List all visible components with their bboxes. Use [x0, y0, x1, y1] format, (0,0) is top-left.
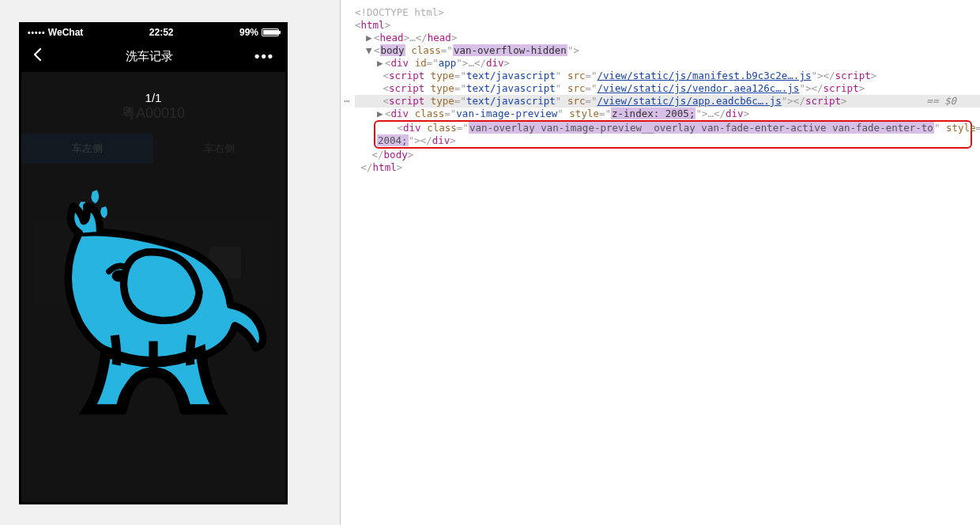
image-preview[interactable] — [21, 167, 285, 436]
chevron-left-icon — [32, 47, 43, 62]
elephant-logo-image — [35, 177, 272, 425]
dom-node-body-close[interactable]: </body> — [355, 149, 980, 161]
image-preview-counter: 1/1 — [21, 91, 285, 104]
tab-left-side[interactable]: 车左侧 — [21, 134, 153, 164]
elements-panel[interactable]: <!DOCTYPE html> <html> ▶<head>…</head> ▼… — [341, 0, 980, 525]
nav-bar: 洗车记录 ••• — [21, 40, 285, 72]
status-battery: 99% — [239, 27, 279, 38]
status-carrier: WeChat — [28, 27, 83, 38]
dom-node-overlay[interactable]: <div class="van-overlay van-image-previe… — [377, 122, 969, 134]
dom-doctype[interactable]: <!DOCTYPE html> — [355, 6, 980, 19]
dom-node-image-preview[interactable]: ▶<div class="van-image-preview" style="z… — [355, 108, 980, 120]
more-icon: ••• — [254, 48, 274, 64]
dom-node-app[interactable]: ▶<div id="app">…</div> — [355, 57, 980, 70]
dom-node-head[interactable]: ▶<head>…</head> — [355, 32, 980, 44]
highlighted-dom-node-box: <div class="van-overlay van-image-previe… — [374, 120, 972, 149]
status-bar: WeChat 22:52 99% — [21, 25, 285, 40]
dom-node-script-1[interactable]: <script type="text/javascript" src="/vie… — [355, 70, 980, 82]
battery-icon — [262, 28, 279, 36]
phone-body: 粤A00010 车左侧 车右侧 1/1 — [21, 72, 285, 502]
back-button[interactable] — [32, 47, 43, 65]
dom-node-html-open[interactable]: <html> — [355, 19, 980, 32]
phone-emulator-pane: WeChat 22:52 99% 洗车记录 ••• — [0, 0, 340, 525]
selected-node-indicator: == $0 — [926, 95, 956, 108]
dom-node-overlay-cont[interactable]: 2004;"></div> — [377, 134, 969, 147]
page-title: 洗车记录 — [126, 49, 173, 64]
dom-node-html-close[interactable]: </html> — [355, 161, 980, 174]
status-time: 22:52 — [149, 27, 174, 38]
dom-node-body-open[interactable]: ▼<body class="van-overflow-hidden"> — [355, 44, 980, 57]
tab-right-side[interactable]: 车右侧 — [153, 134, 285, 164]
more-button[interactable]: ••• — [254, 48, 274, 65]
phone-device: WeChat 22:52 99% 洗车记录 ••• — [19, 22, 288, 504]
dom-node-script-3-selected[interactable]: <script type="text/javascript" src="/vie… — [355, 95, 980, 108]
dom-node-script-2[interactable]: <script type="text/javascript" src="/vie… — [355, 82, 980, 95]
